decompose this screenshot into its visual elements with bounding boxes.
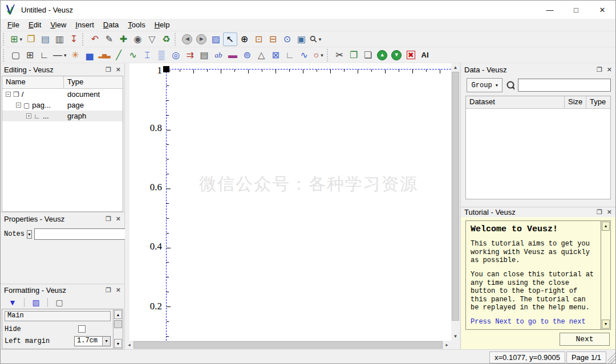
hide-checkbox[interactable] [78,325,86,333]
open-document-button[interactable]: ❐ [24,32,38,46]
read-data-points-button[interactable]: ⊕ [237,32,252,46]
add-boxplot-button[interactable]: ⌶ [140,48,155,62]
resize-grip[interactable] [607,353,615,364]
close-panel-icon[interactable]: ✕ [116,287,121,294]
zoom-into-graph-button[interactable]: ⊡ [252,32,266,46]
size-column[interactable]: Size [565,96,586,109]
zoom-into-page-button[interactable]: ▣ [294,32,309,46]
collapse-icon[interactable]: − [16,103,21,108]
add-3d-function-button[interactable]: ∿ [297,48,311,62]
select-items-button[interactable]: ▨ [209,32,223,46]
next-button[interactable]: Next [560,333,610,346]
tree-column-type[interactable]: Type [64,76,123,88]
scrollbar-thumb[interactable] [133,341,443,349]
tutorial-link[interactable]: Press Next to go to the next [471,318,597,326]
menu-tools[interactable]: Tools [123,19,149,30]
add-3d-scene-button[interactable]: ⊠ [269,48,283,62]
previous-page-button[interactable]: ◀ [180,32,194,46]
export-document-button[interactable]: ↧ [67,32,81,46]
capture-data-button[interactable]: ◉ [131,32,145,46]
close-icon[interactable]: ✕ [589,1,615,19]
rename-widget-button[interactable]: AI [418,48,432,62]
add-line-button[interactable]: —▾ [51,48,68,62]
dataset-search-input[interactable] [518,79,611,92]
notes-input[interactable] [34,228,125,240]
edit-data-button[interactable]: ✎ [102,32,116,46]
new-document-button[interactable]: ⊞▾ [9,32,24,46]
create-data-button[interactable]: ✚ [116,32,131,46]
scrollbar-thumb[interactable] [452,72,459,321]
scroll-up-icon[interactable]: ▲ [602,222,610,231]
left-margin-combobox[interactable]: 1.7cm ▼ [74,336,111,346]
scroll-down-icon[interactable]: ▼ [451,332,460,341]
add-page-button[interactable]: ▢ [9,48,23,62]
close-panel-icon[interactable]: ✕ [607,66,612,73]
float-panel-icon[interactable]: ❐ [597,208,602,216]
scroll-up-icon[interactable]: ▲ [114,310,122,319]
next-page-button[interactable]: ▶ [194,32,209,46]
menu-view[interactable]: View [46,19,71,30]
recenter-graph-button[interactable]: ⊙ [280,32,294,46]
scroll-up-icon[interactable]: ▲ [451,63,460,72]
formatting-fill-tab[interactable]: ▨ [27,296,44,309]
move-down-widget-button[interactable]: ▼ [390,48,404,62]
expand-icon[interactable]: + [26,113,31,118]
scrollbar-thumb[interactable] [114,320,122,328]
save-document-button[interactable]: ▤ [38,32,52,46]
scroll-down-icon[interactable]: ▼ [602,320,610,329]
add-bar-button[interactable]: ▅ [83,48,97,62]
add-colorbar-button[interactable]: ▬ [226,48,240,62]
menu-edit[interactable]: Edit [24,19,46,30]
print-document-button[interactable]: ▥ [52,32,67,46]
add-3d-graph-button[interactable]: ∟ [283,48,297,62]
scroll-left-icon[interactable]: ◂ [125,341,133,349]
notes-menu-icon[interactable]: ▼ [27,230,32,239]
zoom-menu-button[interactable]: ⚲▾ [309,32,323,46]
minimize-icon[interactable]: — [537,1,563,19]
menu-data[interactable]: Data [99,19,123,30]
maximize-icon[interactable]: □ [563,1,589,19]
add-grid-button[interactable]: ⊞ [23,48,37,62]
import-data-button[interactable]: ↶ [88,32,102,46]
formatting-border-tab[interactable]: ▢ [51,296,68,309]
tree-row-page[interactable]: −▢pag...page [2,100,123,111]
add-label-button[interactable]: ab [212,48,226,62]
filter-data-button[interactable]: ▽ [145,32,159,46]
paste-widget-button[interactable]: ❏ [361,48,375,62]
add-key-button[interactable]: ▤ [197,48,212,62]
formatting-main-tab[interactable]: ▼ [4,296,21,309]
type-column[interactable]: Type [586,96,610,109]
close-panel-icon[interactable]: ✕ [116,215,121,223]
float-panel-icon[interactable]: ❐ [106,66,111,73]
group-button[interactable]: Group ▼ [467,78,502,92]
menu-insert[interactable]: Insert [71,19,99,30]
graph-selection-handle[interactable] [163,66,169,72]
scroll-right-icon[interactable]: ▸ [443,341,451,349]
add-image-button[interactable]: ▒ [155,48,169,62]
scroll-down-icon[interactable]: ▼ [114,339,122,348]
reload-data-button[interactable]: ♻ [159,32,173,46]
add-xy-button[interactable]: ✳ [68,48,83,62]
close-panel-icon[interactable]: ✕ [116,66,121,73]
zoom-out-of-graph-button[interactable]: ⊟ [266,32,280,46]
delete-widget-button[interactable]: ✖ [404,48,418,62]
add-vector-field-button[interactable]: ⇉ [183,48,197,62]
float-panel-icon[interactable]: ❐ [597,66,602,73]
copy-widget-button[interactable]: ❐ [347,48,361,62]
collapse-icon[interactable]: − [6,92,11,97]
tutorial-scrollbar[interactable]: ▲ ▼ [601,221,610,329]
add-function-button[interactable]: ∿ [126,48,140,62]
add-ternary-button[interactable]: △ [254,48,269,62]
add-histogram-button[interactable]: ▂▅▃ [97,48,112,62]
tree-row-document[interactable]: −❐/document [2,89,123,100]
float-panel-icon[interactable]: ❐ [106,287,111,294]
formatting-scrollbar[interactable]: ▲ ▼ [113,309,123,349]
float-panel-icon[interactable]: ❐ [106,215,111,223]
plot-horizontal-scrollbar[interactable]: ◂ ▸ [125,341,451,349]
add-polar-button[interactable]: ⊚ [240,48,254,62]
combo-arrow-icon[interactable]: ▼ [102,337,110,346]
add-contour-button[interactable]: ◎ [169,48,183,62]
add-shape-button[interactable]: ○▾ [311,48,326,62]
tree-row-graph[interactable]: +∟...graph [2,111,123,121]
menu-help[interactable]: Help [150,19,175,30]
